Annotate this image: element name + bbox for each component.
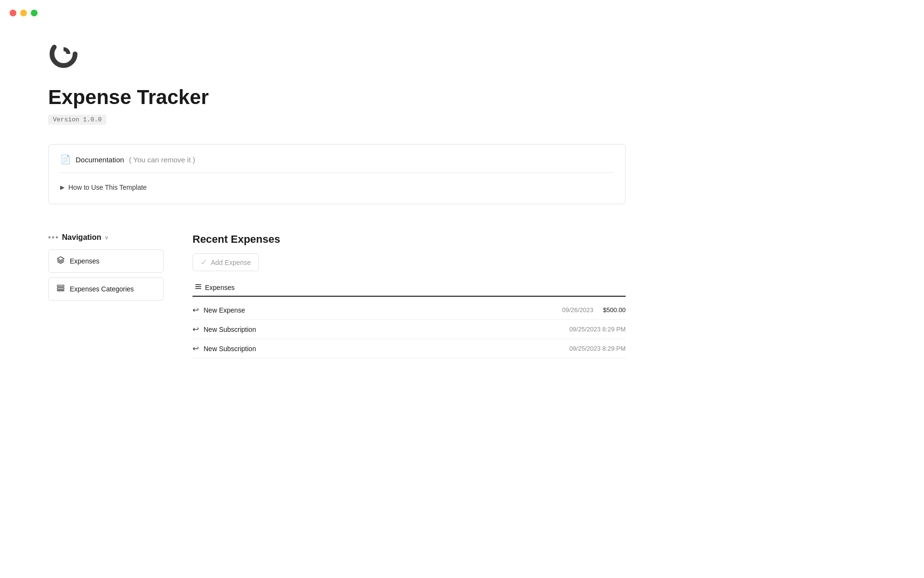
table-row[interactable]: ↩ New Subscription 09/25/2023 8:29 PM — [192, 320, 626, 339]
nav-header: ••• Navigation ∨ — [48, 233, 164, 242]
tab-expenses[interactable]: Expenses — [192, 279, 236, 297]
page-title: Expense Tracker — [48, 86, 626, 109]
expense-date: 09/26/2023 — [562, 306, 593, 314]
expense-arrow-icon: ↩ — [192, 305, 199, 315]
sidebar-item-expenses[interactable]: Expenses — [48, 250, 164, 273]
minimize-button[interactable] — [20, 10, 27, 16]
expense-meta: 09/26/2023 $500.00 — [562, 306, 626, 314]
table-row[interactable]: ↩ New Subscription 09/25/2023 8:29 PM — [192, 339, 626, 358]
add-expense-button[interactable]: ✓ Add Expense — [192, 253, 259, 271]
expenses-section: Recent Expenses ✓ Add Expense Expenses — [192, 233, 626, 358]
table-row[interactable]: ↩ New Expense 09/26/2023 $500.00 — [192, 301, 626, 320]
svg-rect-4 — [57, 290, 64, 291]
expense-amount: $500.00 — [603, 306, 626, 314]
expense-meta: 09/25/2023 8:29 PM — [569, 326, 626, 333]
recent-expenses-title: Recent Expenses — [192, 233, 626, 246]
sidebar: ••• Navigation ∨ Expenses — [48, 233, 164, 305]
app-logo — [48, 39, 79, 69]
maximize-button[interactable] — [31, 10, 38, 16]
expense-arrow-icon: ↩ — [192, 325, 199, 334]
doc-header: 📄 Documentation ( You can remove it ) — [60, 154, 614, 173]
doc-icon: 📄 — [60, 154, 71, 165]
nav-dots-icon: ••• — [48, 233, 59, 242]
expenses-icon — [56, 256, 65, 266]
expense-name: New Expense — [204, 306, 562, 314]
sidebar-categories-label: Expenses Categories — [70, 285, 134, 293]
doc-subtitle: ( You can remove it ) — [129, 156, 195, 164]
expense-arrow-icon: ↩ — [192, 344, 199, 353]
bottom-section: ••• Navigation ∨ Expenses — [48, 233, 626, 358]
toggle-label: How to Use This Template — [68, 184, 147, 191]
expense-name: New Subscription — [204, 345, 569, 353]
how-to-use-toggle[interactable]: ▶ How to Use This Template — [60, 181, 614, 194]
sidebar-expenses-label: Expenses — [70, 257, 99, 265]
logo-container — [48, 39, 626, 71]
svg-rect-3 — [57, 288, 64, 289]
nav-chevron-icon: ∨ — [104, 234, 109, 241]
add-expense-label: Add Expense — [211, 259, 251, 266]
expense-datetime: 09/25/2023 8:29 PM — [569, 345, 626, 352]
main-content: Expense Tracker Version 1.0.0 📄 Document… — [0, 0, 674, 387]
expense-list: ↩ New Expense 09/26/2023 $500.00 ↩ New S… — [192, 301, 626, 358]
tabs-row: Expenses — [192, 279, 626, 297]
sidebar-item-categories[interactable]: Expenses Categories — [48, 277, 164, 301]
add-check-icon: ✓ — [201, 258, 207, 267]
documentation-box: 📄 Documentation ( You can remove it ) ▶ … — [48, 144, 626, 204]
close-button[interactable] — [10, 10, 16, 16]
toggle-arrow-icon: ▶ — [60, 184, 64, 191]
doc-title: Documentation — [76, 156, 124, 164]
tab-list-icon — [194, 283, 202, 292]
expense-meta: 09/25/2023 8:29 PM — [569, 345, 626, 352]
version-badge: Version 1.0.0 — [48, 115, 106, 125]
expense-datetime: 09/25/2023 8:29 PM — [569, 326, 626, 333]
window-controls — [10, 10, 38, 16]
tab-expenses-label: Expenses — [205, 284, 234, 291]
expense-name: New Subscription — [204, 326, 569, 333]
categories-icon — [56, 284, 65, 294]
svg-rect-2 — [57, 285, 64, 287]
nav-title: Navigation — [62, 233, 102, 242]
